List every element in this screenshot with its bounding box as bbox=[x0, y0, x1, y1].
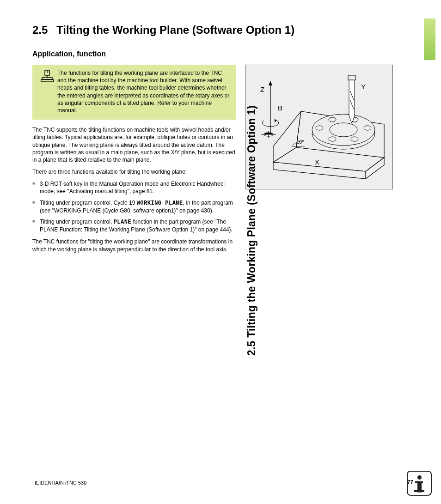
footer-product: HEIDENHAIN iTNC 530 bbox=[32, 480, 86, 486]
list-item-text: 3-D ROT soft key in the Manual Operation… bbox=[40, 181, 225, 194]
svg-point-20 bbox=[329, 117, 336, 122]
note-text: The functions for tilting the working pl… bbox=[57, 69, 230, 114]
bullet-list: 3-D ROT soft key in the Manual Operation… bbox=[32, 180, 236, 233]
paragraph-1: The TNC supports the tilting functions o… bbox=[32, 126, 236, 164]
page: 2.5 Tilting the Working Plane (Software … bbox=[0, 0, 441, 504]
axis-b-label: B bbox=[278, 104, 282, 112]
figure-tilted-plane: Z B bbox=[245, 65, 393, 189]
page-footer: HEIDENHAIN iTNC 530 77 bbox=[32, 479, 413, 486]
list-item: Tilting under program control, Cycle 19 … bbox=[32, 199, 236, 214]
svg-marker-25 bbox=[349, 80, 355, 123]
subheading: Application, function bbox=[32, 50, 413, 58]
list-item-text-pre: Tilting under program control, bbox=[40, 219, 114, 225]
manual-icon bbox=[37, 69, 57, 114]
side-tab: 2.5 Tilting the Working Plane (Software … bbox=[417, 18, 435, 356]
svg-marker-6 bbox=[269, 81, 272, 85]
list-item-text-pre: Tilting under program control, Cycle 19 bbox=[40, 200, 137, 206]
section-number: 2.5 bbox=[32, 23, 56, 37]
right-column: Z B bbox=[245, 65, 393, 189]
svg-point-24 bbox=[329, 137, 336, 141]
axis-y-label: Y bbox=[361, 83, 366, 91]
list-item-mono: WORKING PLANE bbox=[137, 200, 183, 206]
svg-rect-4 bbox=[41, 79, 54, 82]
list-item-mono: PLANE bbox=[114, 219, 132, 225]
svg-point-19 bbox=[316, 126, 323, 130]
content-columns: The functions for tilting the working pl… bbox=[32, 65, 413, 258]
side-tab-accent bbox=[424, 18, 435, 60]
paragraph-3: The TNC functions for "tilting the worki… bbox=[32, 238, 236, 253]
axis-z-label: Z bbox=[260, 85, 264, 93]
list-item: 3-D ROT soft key in the Manual Operation… bbox=[32, 180, 236, 195]
note-box: The functions for tilting the working pl… bbox=[32, 65, 236, 120]
svg-point-23 bbox=[351, 137, 358, 141]
section-heading: 2.5 Tilting the Working Plane (Software … bbox=[32, 23, 413, 37]
left-column: The functions for tilting the working pl… bbox=[32, 65, 236, 258]
side-tab-title: 2.5 Tilting the Working Plane (Software … bbox=[245, 18, 258, 356]
svg-point-18 bbox=[330, 123, 357, 137]
list-item: Tilting under program control, PLANE fun… bbox=[32, 218, 236, 233]
section-title: Tilting the Working Plane (Software Opti… bbox=[56, 23, 294, 37]
svg-point-22 bbox=[364, 126, 371, 130]
svg-marker-7 bbox=[275, 119, 277, 122]
paragraph-2: There are three functions available for … bbox=[32, 168, 236, 176]
info-icon bbox=[407, 471, 432, 496]
axis-x-label: X bbox=[315, 158, 319, 166]
svg-rect-28 bbox=[348, 75, 355, 80]
